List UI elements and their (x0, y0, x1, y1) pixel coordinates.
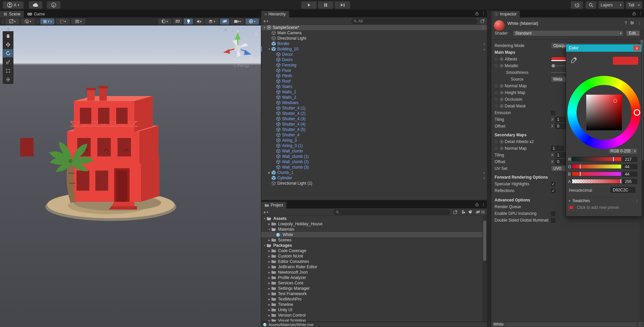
grid-visibility-button[interactable]: Y ▾ (40, 18, 54, 25)
project-row[interactable]: ▶JetBrains Rider Editor (261, 264, 482, 270)
hierarchy-row[interactable]: Main Camera (261, 30, 487, 36)
checkbox[interactable] (551, 212, 555, 216)
scene-viewport[interactable]: ≡ (0, 26, 261, 327)
project-row[interactable]: ▶Unity UI (261, 307, 482, 313)
move-tool-button[interactable] (3, 40, 13, 49)
prefab-open-chevron[interactable]: › (484, 41, 485, 46)
project-row[interactable]: ▼Assets (261, 216, 482, 221)
project-row[interactable]: ▼Packages (261, 243, 482, 248)
prefab-open-chevron[interactable]: › (484, 176, 485, 181)
hierarchy-row[interactable]: Shutter_4 (5) (261, 127, 487, 132)
hierarchy-row[interactable]: Roof (261, 79, 487, 84)
project-row[interactable]: ▶Custom NUnit (261, 253, 482, 259)
checkbox[interactable]: ✓ (551, 182, 555, 186)
account-button[interactable]: A ▾ (3, 1, 24, 9)
gizmos-toggle-button[interactable]: ▾ (245, 18, 259, 25)
channel-value-field[interactable]: 44 (623, 164, 637, 169)
eyedropper-icon[interactable] (571, 56, 578, 63)
hierarchy-row[interactable]: Plinth (261, 73, 487, 79)
channel-slider[interactable] (572, 172, 622, 176)
hierarchy-row[interactable]: Border› (261, 41, 487, 46)
lock-icon[interactable] (475, 11, 479, 15)
close-button[interactable]: x (633, 45, 641, 51)
expand-arrow-icon[interactable]: ▼ (263, 217, 267, 220)
expand-arrow-icon[interactable]: ▶ (267, 314, 271, 317)
tab-hierarchy[interactable]: ≡ Hierarchy (261, 11, 289, 17)
add-preset-row[interactable]: Click to add new preset (566, 204, 642, 211)
project-row[interactable]: ▶Newtonsoft Json (261, 270, 482, 275)
channel-slider[interactable] (572, 179, 622, 184)
step-button[interactable] (335, 1, 350, 9)
pause-button[interactable] (318, 1, 333, 9)
inspector-property-row[interactable]: Double Sided Global Illuminati (491, 217, 640, 224)
2d-toggle-button[interactable]: 2D (173, 18, 182, 25)
hierarchy-add-button[interactable]: + ▾ (263, 18, 268, 24)
project-row[interactable]: ▶TextMeshPro (261, 296, 482, 302)
expand-arrow-icon[interactable]: ▶ (267, 282, 271, 285)
project-row[interactable]: ▶Version Control (261, 313, 482, 318)
saturation-value-box[interactable] (586, 95, 622, 130)
object-picker-icon[interactable] (500, 104, 503, 108)
perspective-toggle[interactable]: < Persp (234, 63, 249, 68)
expand-arrow-icon[interactable]: ▶ (267, 239, 271, 242)
object-picker-icon[interactable] (500, 57, 503, 61)
channel-slider[interactable] (572, 164, 622, 169)
sv-selector[interactable] (613, 99, 617, 103)
hierarchy-row[interactable]: Shutter_4 (3) (261, 116, 487, 122)
slider-handle[interactable] (580, 172, 581, 176)
prefab-open-chevron[interactable]: › (484, 170, 485, 175)
hierarchy-row[interactable]: Doors (261, 57, 487, 62)
scene-lighting-toggle[interactable] (184, 18, 193, 25)
kebab-menu-icon[interactable]: ⋮ (639, 11, 643, 16)
slider-handle[interactable] (613, 157, 614, 161)
expand-arrow-icon[interactable]: ▶ (267, 260, 271, 263)
increment-snap-button[interactable]: ▾ (71, 18, 85, 25)
expand-arrow-icon[interactable]: ▶ (267, 309, 271, 312)
expand-arrow-icon[interactable]: ▶ (267, 249, 271, 252)
overlay-drag-handle[interactable] (37, 19, 39, 24)
hierarchy-row[interactable]: Wall_clumb (261, 148, 487, 154)
shader-dropdown[interactable]: Standard ▾ (513, 30, 624, 36)
hierarchy-row[interactable]: Cylinder› (261, 175, 487, 181)
project-row[interactable]: White (261, 232, 482, 237)
object-picker-icon[interactable] (500, 140, 503, 143)
material-preview-bar[interactable]: White ⋮ (491, 321, 644, 327)
open-search-window-icon[interactable] (453, 210, 457, 214)
hierarchy-row[interactable]: Fencing (261, 62, 487, 68)
shading-mode-button[interactable]: ▾ (158, 18, 172, 25)
lock-icon[interactable] (632, 11, 636, 15)
hierarchy-row[interactable]: Shutter_4 (261, 132, 487, 138)
scale-tool-button[interactable] (3, 57, 13, 66)
slider-knob[interactable] (552, 64, 555, 67)
hierarchy-row[interactable]: Airing_3 (261, 138, 487, 143)
kebab-menu-icon[interactable]: ⋮ (481, 11, 486, 16)
texture-slot[interactable] (494, 104, 499, 108)
play-button[interactable] (301, 1, 317, 9)
expand-arrow-icon[interactable]: ▶ (267, 303, 271, 306)
texture-slot[interactable] (494, 146, 499, 151)
hierarchy-search-input[interactable]: All (351, 18, 477, 24)
expand-arrow-icon[interactable]: ▼ (267, 48, 271, 51)
channel-value-field[interactable]: 217 (623, 157, 637, 162)
channel-slider[interactable] (572, 157, 622, 161)
project-row[interactable]: ▶Editor Coroutines (261, 259, 482, 264)
texture-slot[interactable] (494, 63, 499, 68)
hierarchy-row[interactable]: ▼SampleScene*⋮ (261, 25, 487, 30)
transform-tool-button[interactable] (3, 75, 13, 84)
uv-set-dropdown[interactable]: UV0 (551, 166, 566, 172)
project-row[interactable]: ▶Scenes (261, 237, 482, 243)
open-search-window-icon[interactable] (480, 19, 485, 23)
hierarchy-row[interactable]: Wall_clumb (3) (261, 165, 487, 170)
project-scrollbar[interactable] (482, 216, 487, 322)
layers-dropdown[interactable]: Layers ▾ (598, 1, 624, 9)
texture-slot[interactable] (494, 84, 499, 88)
expand-arrow-icon[interactable]: ▼ (267, 228, 271, 231)
project-row[interactable]: ▶Lowpoly_Holiday_House (261, 221, 482, 227)
kebab-menu-icon[interactable]: ⋮ (635, 198, 639, 203)
kebab-menu-icon[interactable]: ⋮ (481, 202, 486, 207)
texture-slot[interactable] (494, 90, 499, 95)
expand-arrow-icon[interactable]: ▶ (267, 287, 271, 290)
overlay-drag-handle[interactable] (2, 19, 4, 24)
plastic-scm-button[interactable]: p (47, 1, 60, 9)
prefab-open-chevron[interactable]: › (484, 47, 485, 52)
